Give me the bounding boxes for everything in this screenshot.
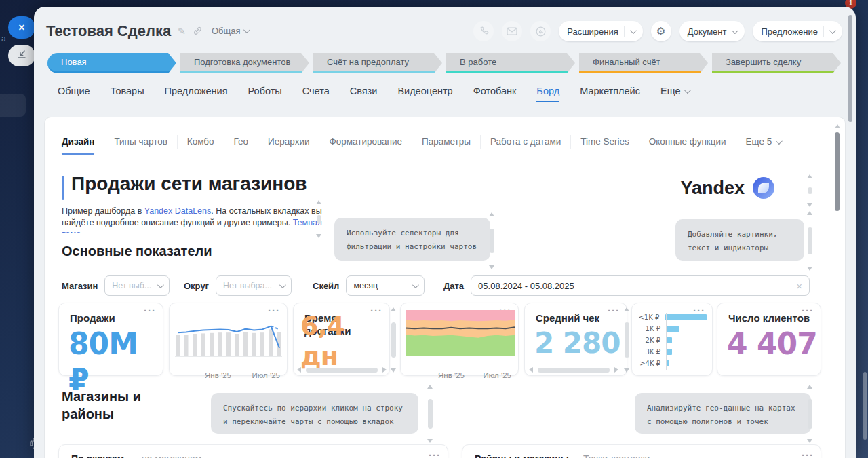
- dl-tab-timeseries[interactable]: Time Series: [571, 135, 639, 149]
- sales-trend-chart: [175, 313, 282, 360]
- brand: Yandex: [680, 177, 774, 199]
- widget-menu-icon[interactable]: ···: [429, 449, 441, 458]
- check-distribution-chart: <1K ₽1K ₽2K ₽3K ₽>4K ₽: [637, 313, 707, 370]
- widget-scrollbar[interactable]: [315, 200, 323, 238]
- stage-new[interactable]: Новая: [47, 53, 176, 73]
- tab-videocenter[interactable]: Видеоцентр: [397, 85, 452, 96]
- stage-prepay-invoice[interactable]: Счёт на предоплату: [313, 53, 442, 73]
- widget-scrollbar[interactable]: [389, 307, 397, 373]
- widget-scrollbar[interactable]: [806, 211, 814, 271]
- widget-scrollbar[interactable]: [426, 385, 434, 443]
- hint-images: Добавляйте картинки, текст и индикаторы: [675, 219, 804, 261]
- dl-tab-dates[interactable]: Работа с датами: [481, 135, 571, 149]
- kpi-delivery-value: 6,4 дн: [300, 311, 389, 373]
- filter-scale-select[interactable]: месяц: [346, 275, 425, 296]
- stage-close-deal[interactable]: Завершить сделку: [712, 53, 841, 73]
- offer-button[interactable]: Предложение: [753, 21, 842, 41]
- tab-robots[interactable]: Роботы: [248, 85, 282, 96]
- edit-title-icon[interactable]: ✎: [178, 26, 186, 37]
- dl-tab-more-label: Еще 5: [746, 135, 772, 149]
- tab-offers[interactable]: Предложения: [165, 85, 228, 96]
- kpi-avg-check-label: Средний чек: [536, 311, 599, 324]
- widget-scrollbar[interactable]: [623, 307, 631, 373]
- window-scrollbar[interactable]: [863, 372, 867, 440]
- dl-tab-geo[interactable]: Гео: [224, 135, 258, 149]
- panel-scrollbar[interactable]: [848, 15, 852, 122]
- tab-by-districts[interactable]: По округам: [71, 453, 124, 458]
- dark-theme-link-clipped[interactable]: тема: [62, 229, 81, 233]
- pipeline-selector[interactable]: Общая: [212, 26, 249, 37]
- dock-ghost-item: [0, 94, 26, 117]
- extensions-button[interactable]: Расширения: [559, 21, 643, 41]
- dl-tab-formatting[interactable]: Форматирование: [319, 135, 412, 149]
- tab-by-shops[interactable]: по магазинам: [142, 453, 201, 458]
- dashboard-scrollbar[interactable]: [833, 121, 842, 458]
- dl-tab-design[interactable]: Дизайн: [62, 135, 104, 149]
- tab-links[interactable]: Связи: [350, 85, 378, 96]
- dl-tab-window-fn[interactable]: Оконные функции: [639, 135, 736, 149]
- hint-geo: Анализируйте гео-данные на картах с помо…: [635, 393, 811, 434]
- collapse-panel-button[interactable]: [8, 45, 35, 66]
- kpi-delivery-card: ··· Время доставки 6,4 дн: [293, 303, 390, 376]
- dl-tab-more[interactable]: Еще 5: [736, 135, 791, 149]
- screen: a × 1 Тестовая Сделка ✎ Общая: [0, 0, 868, 458]
- widget-menu-icon[interactable]: ···: [144, 305, 156, 316]
- widget-menu-icon[interactable]: ···: [608, 305, 620, 316]
- filter-shop-value: Нет выб...: [112, 281, 151, 290]
- widget-scrollbar-horizontal[interactable]: [297, 366, 387, 374]
- clear-date-icon[interactable]: ×: [796, 280, 802, 292]
- dl-tab-parameters[interactable]: Параметры: [412, 135, 481, 149]
- check-distribution-widget: ··· <1K ₽1K ₽2K ₽3K ₽>4K ₽: [631, 303, 713, 376]
- tab-board[interactable]: Борд: [536, 85, 559, 96]
- feedback-button[interactable]: [530, 21, 551, 41]
- section-shops-heading: Магазины и районы: [62, 387, 177, 423]
- close-panel-button[interactable]: ×: [8, 16, 35, 39]
- filter-district: Округ Нет выбра...: [184, 275, 292, 296]
- tab-more[interactable]: Еще: [660, 85, 690, 96]
- tab-photobank[interactable]: Фотобанк: [473, 85, 517, 96]
- close-icon: ×: [18, 22, 24, 34]
- tab-products[interactable]: Товары: [111, 85, 144, 96]
- widget-scrollbar[interactable]: [488, 212, 496, 269]
- filter-date-value: 05.08.2024 - 05.08.2025: [478, 281, 574, 291]
- header-actions: Расширения ⚙ Документ Предложение: [473, 21, 842, 41]
- filter-district-select[interactable]: Нет выбра...: [216, 275, 292, 296]
- kpi-clients-label: Число клиентов: [728, 311, 810, 324]
- tab-delivery-points[interactable]: Точки доставки: [583, 453, 650, 458]
- tab-districts-shops[interactable]: Районы и магазины: [475, 453, 569, 458]
- document-button[interactable]: Документ: [679, 21, 745, 41]
- kpi-sales-card: ··· Продажи 80М ₽: [58, 303, 163, 376]
- widget-scrollbar-horizontal[interactable]: [529, 366, 618, 374]
- filter-date-input[interactable]: 05.08.2024 - 05.08.2025 ×: [471, 275, 810, 296]
- filter-shop-select[interactable]: Нет выб...: [104, 275, 170, 296]
- deal-panel: Тестовая Сделка ✎ Общая Ра: [34, 7, 856, 458]
- divider: [624, 26, 625, 37]
- dl-tab-hierarchies[interactable]: Иерархии: [258, 135, 319, 149]
- datalens-link[interactable]: Yandex DataLens: [144, 206, 211, 216]
- dl-tab-combo[interactable]: Комбо: [178, 135, 224, 149]
- filter-scale: Скейл месяц: [313, 275, 425, 296]
- widget-scrollbar[interactable]: [806, 174, 814, 207]
- dock-partial-text: a: [1, 34, 6, 43]
- gear-icon: ⚙: [656, 25, 665, 37]
- tab-invoices[interactable]: Счета: [302, 85, 330, 96]
- tab-general[interactable]: Общие: [58, 85, 90, 96]
- dl-tab-chart-types[interactable]: Типы чартов: [104, 135, 177, 149]
- dashboard-tabs: Дизайн Типы чартов Комбо Гео Иерархии Фо…: [62, 135, 797, 149]
- stage-final-invoice[interactable]: Финальный счёт: [579, 53, 708, 73]
- stage-docs[interactable]: Подготовка документов: [180, 53, 309, 73]
- stage-in-progress[interactable]: В работе: [446, 53, 575, 73]
- minimize-icon: [16, 49, 27, 62]
- deal-title: Тестовая Сделка: [46, 22, 171, 40]
- dashboard-description: Пример дашборда в Yandex DataLens. На ос…: [62, 206, 333, 233]
- widget-scrollbar[interactable]: [806, 385, 814, 443]
- extensions-label: Расширения: [567, 26, 618, 37]
- settings-button[interactable]: ⚙: [651, 21, 671, 41]
- email-button[interactable]: [502, 21, 522, 41]
- tab-marketplace[interactable]: Маркетплейс: [580, 85, 640, 96]
- call-button[interactable]: [473, 21, 494, 41]
- hint-selectors: Используйте селекторы для фильтрации и н…: [334, 218, 490, 261]
- widget-menu-icon[interactable]: ···: [802, 449, 814, 458]
- copy-link-icon[interactable]: [193, 26, 202, 37]
- delivery-bands-widget: ··· Янв '25 Июл '25: [400, 303, 519, 376]
